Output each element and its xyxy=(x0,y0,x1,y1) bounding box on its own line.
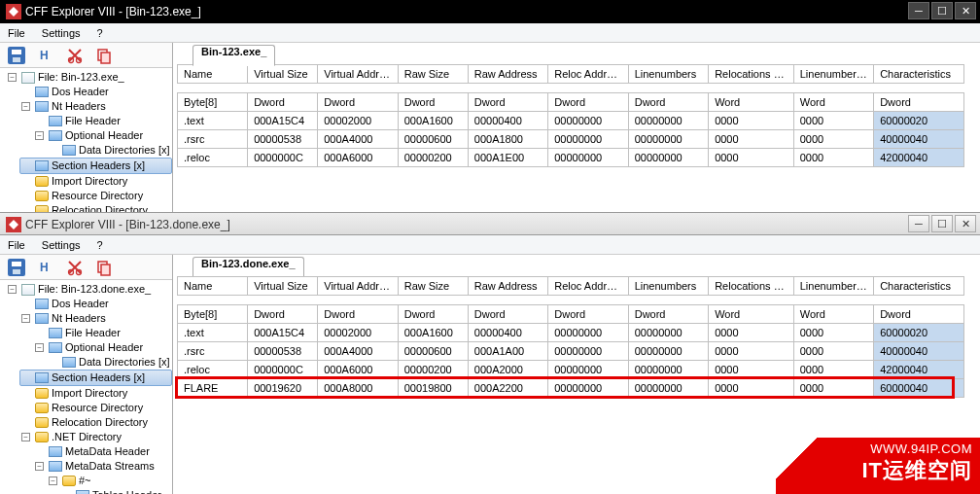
tree-item[interactable]: −Nt Headers xyxy=(19,99,172,114)
menu-help[interactable]: ? xyxy=(97,239,103,251)
cell[interactable]: 00000000 xyxy=(548,149,628,167)
tree-item[interactable]: File Header xyxy=(33,326,172,340)
tree-item[interactable]: −Optional Header xyxy=(33,340,172,355)
column-header[interactable]: Relocations N... xyxy=(709,65,794,84)
tree-item[interactable]: −File: Bin-123.done.exe_ xyxy=(6,282,172,297)
tree-item[interactable]: Resource Directory xyxy=(19,401,172,415)
table-row[interactable]: .reloc0000000C000A600000000200000A1E0000… xyxy=(178,149,964,167)
cell[interactable]: 00000600 xyxy=(398,130,468,149)
column-header[interactable]: Linenumbers xyxy=(628,65,708,84)
cell[interactable]: 0000 xyxy=(793,112,873,130)
tree-item[interactable]: −#~ xyxy=(47,474,172,488)
cut-icon[interactable] xyxy=(66,259,84,276)
cell[interactable]: 0000 xyxy=(709,112,794,130)
tree-item[interactable]: Relocation Directory xyxy=(19,203,172,212)
table-row[interactable]: .text000A15C400002000000A160000000400000… xyxy=(178,324,964,342)
tree-item[interactable]: −Nt Headers xyxy=(19,311,172,326)
cell[interactable]: 00000000 xyxy=(548,324,628,342)
close-button[interactable]: ✕ xyxy=(955,215,976,232)
collapse-icon[interactable]: − xyxy=(8,285,17,294)
cell[interactable]: 000A1A00 xyxy=(468,342,547,361)
cell[interactable]: 00000538 xyxy=(248,342,318,361)
collapse-icon[interactable]: − xyxy=(8,73,17,82)
minimize-button[interactable]: ─ xyxy=(908,2,929,19)
cell[interactable]: 000A6000 xyxy=(318,149,398,167)
column-header[interactable]: Reloc Address xyxy=(548,65,628,84)
column-header[interactable]: Characteristics xyxy=(874,65,964,84)
tree-item[interactable]: −Optional Header xyxy=(33,128,172,143)
cell[interactable]: 0000000C xyxy=(248,149,318,167)
cell[interactable]: 0000 xyxy=(709,324,794,342)
tab[interactable]: Bin-123.done.exe_ xyxy=(192,257,304,278)
minimize-button[interactable]: ─ xyxy=(908,215,929,232)
menu-settings[interactable]: Settings xyxy=(42,27,81,39)
hex-icon[interactable]: H xyxy=(37,259,54,276)
cell[interactable]: 000A4000 xyxy=(318,130,398,149)
cell[interactable]: 42000040 xyxy=(874,149,964,167)
cell[interactable]: 0000 xyxy=(793,149,873,167)
tree-item[interactable]: Import Directory xyxy=(19,174,172,189)
cell[interactable]: 00000400 xyxy=(468,112,547,130)
column-header[interactable]: Virtual Size xyxy=(248,65,318,84)
table-row[interactable]: .rsrc00000538000A400000000600000A1A00000… xyxy=(178,342,964,361)
menu-help[interactable]: ? xyxy=(97,27,103,39)
tree-item[interactable]: Dos Header xyxy=(19,297,172,311)
cell[interactable]: 00000000 xyxy=(548,130,628,149)
tree-view[interactable]: −File: Bin-123.done.exe_Dos Header−Nt He… xyxy=(0,280,173,494)
cell[interactable]: 40000040 xyxy=(874,342,964,361)
column-header[interactable]: Raw Size xyxy=(398,277,468,296)
tree-item[interactable]: Relocation Directory xyxy=(19,415,172,430)
column-header[interactable]: Name xyxy=(178,65,248,84)
cell[interactable]: .text xyxy=(178,112,248,130)
cell[interactable]: 000A4000 xyxy=(318,342,398,361)
collapse-icon[interactable]: − xyxy=(35,462,44,471)
tree-item[interactable]: −.NET Directory xyxy=(19,430,172,444)
close-button[interactable]: ✕ xyxy=(955,2,976,19)
cell[interactable]: 60000020 xyxy=(874,324,964,342)
column-header[interactable]: Raw Address xyxy=(468,277,547,296)
cell[interactable]: 00000200 xyxy=(398,149,468,167)
column-header[interactable]: Virtual Address xyxy=(318,277,398,296)
tree-item[interactable]: Dos Header xyxy=(19,85,172,99)
cell[interactable]: 60000020 xyxy=(874,112,964,130)
table-row[interactable]: .text000A15C400002000000A160000000400000… xyxy=(178,112,964,130)
column-header[interactable]: Raw Size xyxy=(398,65,468,84)
cell[interactable]: .rsrc xyxy=(178,342,248,361)
cell[interactable]: 00002000 xyxy=(318,112,398,130)
column-header[interactable]: Linenumbers xyxy=(628,277,708,296)
copy-icon[interactable] xyxy=(95,259,113,276)
collapse-icon[interactable]: − xyxy=(21,433,30,441)
cell[interactable]: .rsrc xyxy=(178,130,248,149)
cell[interactable]: 000A1800 xyxy=(468,130,547,149)
cut-icon[interactable] xyxy=(66,47,84,64)
column-header[interactable]: Virtual Size xyxy=(248,277,318,296)
tree-item[interactable]: Section Headers [x] xyxy=(19,370,172,386)
save-icon[interactable] xyxy=(8,47,25,64)
tree-item[interactable]: −File: Bin-123.exe_ xyxy=(6,70,172,85)
cell[interactable]: 00000400 xyxy=(468,324,547,342)
menu-file[interactable]: File xyxy=(8,27,25,39)
tree-item[interactable]: Data Directories [x] xyxy=(47,143,172,158)
collapse-icon[interactable]: − xyxy=(49,476,57,485)
cell[interactable]: 00000538 xyxy=(248,130,318,149)
cell[interactable]: 0000 xyxy=(793,130,873,149)
cell[interactable]: 00000000 xyxy=(548,342,628,361)
section-grid[interactable]: NameVirtual SizeVirtual AddressRaw SizeR… xyxy=(173,64,980,167)
cell[interactable]: 00002000 xyxy=(318,324,398,342)
tab[interactable]: Bin-123.exe_ xyxy=(192,45,275,66)
column-header[interactable]: Linenumbers ... xyxy=(793,65,873,84)
cell[interactable]: .text xyxy=(178,324,248,342)
collapse-icon[interactable]: − xyxy=(21,102,30,111)
tree-item[interactable]: MetaData Header xyxy=(33,444,172,459)
collapse-icon[interactable]: − xyxy=(35,343,44,352)
cell[interactable]: 00000000 xyxy=(628,342,708,361)
column-header[interactable]: Reloc Address xyxy=(548,277,628,296)
cell[interactable]: 0000 xyxy=(709,149,794,167)
titlebar-top[interactable]: CFF Explorer VIII - [Bin-123.exe_] ─ ☐ ✕ xyxy=(0,0,980,23)
cell[interactable]: 0000 xyxy=(793,324,873,342)
hex-icon[interactable]: H xyxy=(37,47,54,64)
cell[interactable]: 0000 xyxy=(709,130,794,149)
cell[interactable]: 000A1600 xyxy=(398,112,468,130)
tree-view[interactable]: −File: Bin-123.exe_Dos Header−Nt Headers… xyxy=(0,68,173,212)
column-header[interactable]: Relocations N... xyxy=(709,277,794,296)
